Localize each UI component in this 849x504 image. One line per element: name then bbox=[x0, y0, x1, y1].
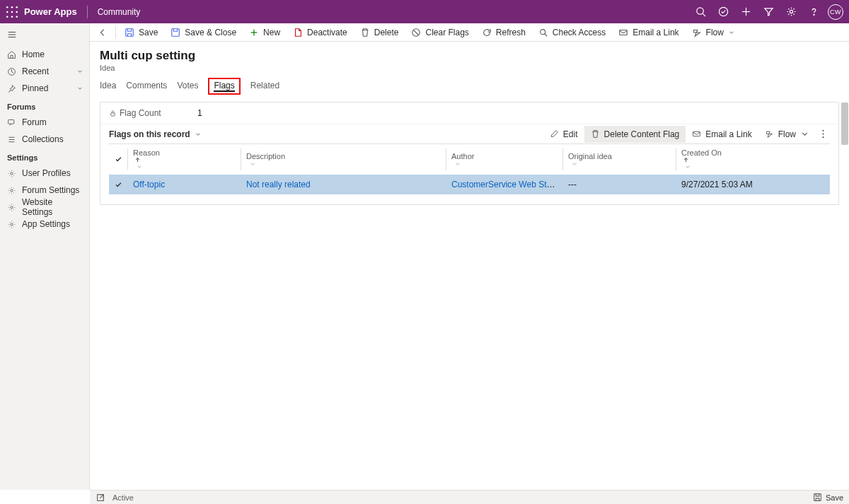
svg-point-25 bbox=[11, 189, 13, 191]
subgrid-more[interactable] bbox=[816, 126, 830, 143]
svg-point-7 bbox=[11, 16, 13, 18]
back-button[interactable] bbox=[93, 23, 112, 42]
nav-app-settings[interactable]: App Settings bbox=[0, 216, 89, 233]
nav-collapse-button[interactable] bbox=[0, 26, 89, 43]
nav-label: User Profiles bbox=[22, 168, 71, 178]
col-reason[interactable]: Reason bbox=[127, 144, 241, 175]
svg-point-3 bbox=[6, 11, 8, 13]
statusbar-save[interactable]: Save bbox=[813, 493, 843, 502]
svg-point-14 bbox=[790, 10, 792, 13]
cell-created: 9/27/2021 5:03 AM bbox=[676, 175, 830, 194]
grid-row[interactable]: Off-topic Not really related CustomerSer… bbox=[109, 175, 830, 194]
row-checkbox[interactable] bbox=[109, 175, 127, 194]
nav-group-settings: Settings bbox=[0, 148, 89, 165]
svg-point-6 bbox=[6, 16, 8, 18]
subgrid-delete-content-flag[interactable]: Delete Content Flag bbox=[584, 126, 686, 143]
svg-rect-36 bbox=[620, 30, 628, 35]
col-description[interactable]: Description bbox=[241, 144, 446, 175]
svg-point-39 bbox=[822, 130, 824, 131]
nav-website-settings[interactable]: Website Settings bbox=[0, 199, 89, 216]
nav-label: Pinned bbox=[22, 83, 48, 93]
tab-related[interactable]: Related bbox=[250, 81, 279, 95]
svg-point-34 bbox=[540, 29, 545, 34]
chevron-down-icon bbox=[76, 68, 83, 75]
svg-rect-38 bbox=[693, 131, 700, 136]
cell-description[interactable]: Not really related bbox=[246, 180, 311, 189]
tab-idea[interactable]: Idea bbox=[100, 81, 116, 95]
help-icon[interactable] bbox=[802, 0, 825, 23]
cell-author[interactable]: CustomerService Web Staging bbox=[451, 180, 562, 189]
brand-divider bbox=[87, 6, 88, 18]
nav-home[interactable]: Home bbox=[0, 46, 89, 63]
settings-icon[interactable] bbox=[780, 0, 802, 23]
cmd-save[interactable]: Save bbox=[119, 23, 163, 42]
chevron-down-icon bbox=[728, 29, 735, 36]
cmd-deactivate[interactable]: Deactivate bbox=[287, 23, 353, 42]
nav-forum-settings[interactable]: Forum Settings bbox=[0, 182, 89, 199]
subgrid-edit[interactable]: Edit bbox=[543, 126, 584, 143]
cmd-delete[interactable]: Delete bbox=[354, 23, 405, 42]
environment-label[interactable]: Community bbox=[98, 7, 141, 17]
global-header: Power Apps Community CW bbox=[0, 0, 849, 23]
cmd-flow[interactable]: Flow bbox=[686, 23, 741, 42]
subgrid-title[interactable]: Flags on this record bbox=[109, 129, 202, 139]
svg-point-0 bbox=[6, 6, 8, 8]
nav-group-forums: Forums bbox=[0, 97, 89, 114]
col-original[interactable]: Original idea bbox=[562, 144, 676, 175]
scrollbar[interactable] bbox=[841, 102, 848, 145]
app-launcher-icon[interactable] bbox=[6, 6, 18, 18]
tab-comments[interactable]: Comments bbox=[126, 81, 167, 95]
cmd-save-close[interactable]: Save & Close bbox=[165, 23, 242, 42]
col-created[interactable]: Created On bbox=[676, 144, 830, 175]
nav-forum[interactable]: Forum bbox=[0, 114, 89, 131]
tab-flags[interactable]: Flags bbox=[208, 78, 240, 95]
cmd-refresh[interactable]: Refresh bbox=[476, 23, 531, 42]
svg-line-35 bbox=[545, 33, 548, 36]
svg-point-4 bbox=[11, 11, 13, 13]
col-select[interactable] bbox=[109, 144, 127, 175]
filter-icon[interactable] bbox=[757, 0, 780, 23]
add-icon[interactable] bbox=[734, 0, 757, 23]
svg-point-40 bbox=[822, 133, 824, 134]
field-label: Flag Count bbox=[120, 108, 197, 118]
page-title: Multi cup setting bbox=[100, 49, 849, 63]
cmd-new[interactable]: New bbox=[243, 23, 286, 42]
nav-user-profiles[interactable]: User Profiles bbox=[0, 165, 89, 182]
nav-collections[interactable]: Collections bbox=[0, 131, 89, 148]
svg-line-10 bbox=[703, 13, 705, 16]
task-icon[interactable] bbox=[712, 0, 734, 23]
nav-label: App Settings bbox=[22, 219, 70, 229]
cmd-email-link[interactable]: Email a Link bbox=[613, 23, 684, 42]
tab-content: Flag Count 1 Flags on this record Edit D… bbox=[100, 102, 839, 205]
nav-label: Recent bbox=[22, 66, 49, 76]
svg-rect-20 bbox=[8, 119, 14, 124]
nav-label: Forum bbox=[22, 117, 47, 127]
chevron-down-icon bbox=[800, 129, 809, 139]
user-avatar[interactable]: CW bbox=[828, 4, 843, 20]
svg-line-33 bbox=[414, 30, 419, 35]
svg-point-8 bbox=[16, 16, 18, 18]
svg-point-41 bbox=[822, 136, 824, 138]
cell-reason[interactable]: Off-topic bbox=[133, 180, 165, 189]
popout-icon[interactable] bbox=[96, 493, 105, 503]
flags-grid: Reason Description Author Original idea … bbox=[100, 143, 838, 204]
svg-point-9 bbox=[696, 8, 703, 14]
subgrid-email-link[interactable]: Email a Link bbox=[686, 126, 758, 143]
col-author[interactable]: Author bbox=[446, 144, 562, 175]
subgrid-flow[interactable]: Flow bbox=[758, 126, 816, 143]
nav-recent[interactable]: Recent bbox=[0, 63, 89, 80]
nav-label: Home bbox=[22, 49, 45, 59]
svg-point-26 bbox=[11, 206, 13, 208]
cell-original: --- bbox=[562, 175, 676, 194]
field-flag-count: Flag Count 1 bbox=[100, 102, 838, 124]
nav-label: Collections bbox=[22, 134, 64, 144]
field-value: 1 bbox=[197, 108, 202, 118]
search-icon[interactable] bbox=[689, 0, 712, 23]
nav-pinned[interactable]: Pinned bbox=[0, 80, 89, 97]
cmd-check-access[interactable]: Check Access bbox=[533, 23, 611, 42]
svg-point-1 bbox=[11, 6, 13, 8]
tab-votes[interactable]: Votes bbox=[177, 81, 198, 95]
main-area: Save Save & Close New Deactivate Delete … bbox=[90, 23, 849, 490]
cmd-clear-flags[interactable]: Clear Flags bbox=[405, 23, 474, 42]
chevron-down-icon bbox=[76, 85, 83, 92]
